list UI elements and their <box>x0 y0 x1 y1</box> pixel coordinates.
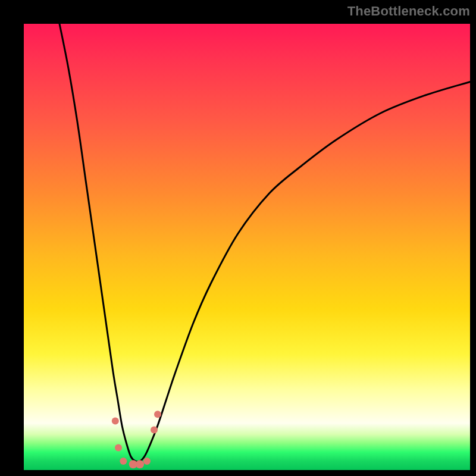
curve-marker <box>115 444 122 452</box>
chart-frame: TheBottleneck.com <box>0 0 476 476</box>
curve-marker <box>136 460 144 468</box>
curve-marker <box>112 418 119 425</box>
bottleneck-curve <box>60 24 470 462</box>
curve-marker <box>154 411 161 418</box>
curve-marker <box>143 458 151 465</box>
bottleneck-curve-svg <box>24 24 470 470</box>
curve-markers <box>112 411 161 468</box>
curve-marker <box>120 458 127 465</box>
watermark-text: TheBottleneck.com <box>347 4 470 19</box>
plot-area <box>24 24 470 470</box>
curve-marker <box>151 427 158 434</box>
